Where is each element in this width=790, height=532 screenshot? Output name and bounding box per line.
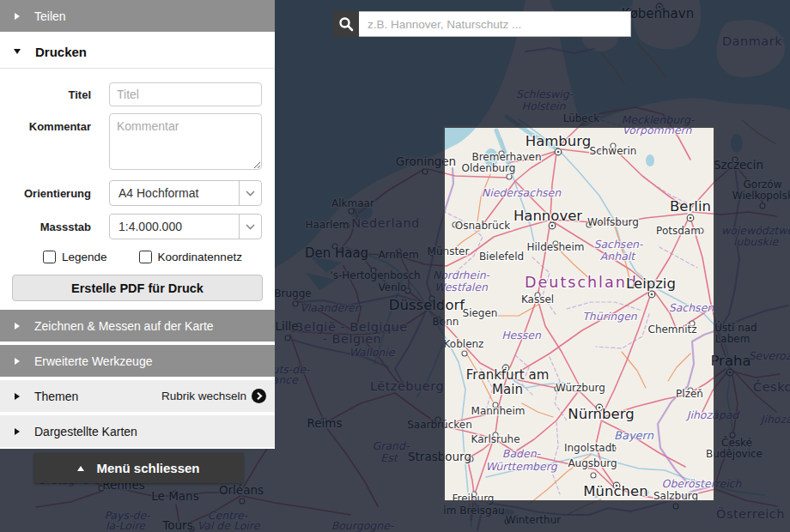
svg-text:Le Mans: Le Mans <box>151 489 198 503</box>
svg-text:Leipzig: Leipzig <box>626 275 676 292</box>
svg-text:Sachsen-: Sachsen- <box>593 238 643 251</box>
teilen-label: Teilen <box>34 9 66 23</box>
chevron-right-icon <box>15 393 20 400</box>
svg-text:Münster: Münster <box>428 245 470 257</box>
svg-text:Winterthur: Winterthur <box>506 514 561 526</box>
themen-label: Themen <box>34 390 78 403</box>
svg-text:Budějovice: Budějovice <box>706 448 763 460</box>
svg-text:Siegen: Siegen <box>463 307 498 319</box>
sidebar-item-dargestellte-karten[interactable]: Dargestellte Karten <box>0 415 275 447</box>
circle-arrow-right-icon <box>252 389 266 403</box>
svg-text:Osnabrück: Osnabrück <box>455 220 510 232</box>
sidebar-item-teilen[interactable]: Teilen <box>0 0 275 32</box>
orientierung-label: Orientierung <box>12 187 109 200</box>
svg-text:Ingolstadt: Ingolstadt <box>564 442 616 454</box>
search-input[interactable] <box>359 11 631 37</box>
svg-text:Oldenburg: Oldenburg <box>462 162 516 174</box>
svg-text:Thüringen: Thüringen <box>582 310 638 323</box>
svg-text:České: České <box>721 436 752 449</box>
print-form: Titel Kommentar Orientierung A4 Hochform… <box>0 69 275 301</box>
svg-text:Augsburg: Augsburg <box>568 457 617 469</box>
svg-text:- Belgien: - Belgien <box>323 332 382 346</box>
svg-text:Schleswig-: Schleswig- <box>516 88 574 100</box>
orientierung-value: A4 Hochformat <box>110 186 239 200</box>
svg-text:Venlo: Venlo <box>379 281 407 293</box>
svg-text:Westfalen: Westfalen <box>434 281 489 293</box>
svg-text:Chemnitz: Chemnitz <box>648 323 697 336</box>
sidebar-item-zeichnen-messen[interactable]: Zeichnen & Messen auf der Karte <box>0 310 275 342</box>
svg-text:lubuskie: lubuskie <box>733 235 779 248</box>
svg-text:Potsdam: Potsdam <box>656 225 701 237</box>
menu-close-button[interactable]: Menü schliessen <box>34 453 243 483</box>
koordinatennetz-checkbox-group[interactable]: Koordinatennetz <box>139 251 242 263</box>
svg-text:Deutschland: Deutschland <box>525 274 638 291</box>
svg-text:Severozápad: Severozápad <box>749 349 790 362</box>
orientierung-select[interactable]: A4 Hochformat <box>109 180 262 206</box>
rubrik-wechseln-link[interactable]: Rubrik wechseln <box>161 389 275 403</box>
svg-text:Bremerhaven: Bremerhaven <box>471 151 541 163</box>
svg-text:im Breisgau: im Breisgau <box>443 505 504 517</box>
svg-text:Strasbourg: Strasbourg <box>408 450 471 463</box>
svg-text:Österreich: Österreich <box>716 506 785 521</box>
create-pdf-button[interactable]: Erstelle PDF für Druck <box>12 275 263 301</box>
chevron-right-icon <box>15 323 20 329</box>
svg-text:Niedersachsen: Niedersachsen <box>482 186 562 199</box>
svg-text:Haarlem: Haarlem <box>305 219 349 231</box>
svg-text:Arnhem: Arnhem <box>378 249 418 261</box>
svg-text:Vorpommern: Vorpommern <box>623 124 693 136</box>
legende-checkbox[interactable] <box>43 251 56 263</box>
kommentar-label: Kommentar <box>12 113 109 133</box>
svg-text:Württemberg: Württemberg <box>485 460 557 473</box>
svg-text:Hessen: Hessen <box>501 329 542 342</box>
svg-text:Oberösterreich: Oberösterreich <box>662 477 743 490</box>
svg-text:Plzeň: Plzeň <box>676 388 703 400</box>
svg-text:Ústí nad: Ústí nad <box>714 321 757 334</box>
svg-text:Lëtzebuerg: Lëtzebuerg <box>370 379 444 393</box>
svg-text:Anhalt: Anhalt <box>600 250 637 263</box>
massstab-label: Massstab <box>12 221 109 233</box>
svg-text:Groningen: Groningen <box>396 154 456 168</box>
svg-text:Reims: Reims <box>307 416 342 430</box>
svg-text:Grand-: Grand- <box>373 439 410 452</box>
svg-text:Hamburg: Hamburg <box>526 133 592 149</box>
drucken-label: Drucken <box>35 45 87 59</box>
svg-text:Frankfurt am: Frankfurt am <box>466 367 550 383</box>
svg-text:München: München <box>583 483 647 499</box>
svg-text:Freiburg: Freiburg <box>453 493 495 505</box>
svg-text:Est: Est <box>380 451 398 464</box>
svg-text:Wolfsburg: Wolfsburg <box>587 216 639 228</box>
sidebar-item-themen[interactable]: Themen Rubrik wechseln <box>0 380 275 412</box>
koordinatennetz-checkbox[interactable] <box>139 251 152 263</box>
svg-text:Nederland: Nederland <box>351 216 420 230</box>
massstab-select[interactable]: 1:4.000.000 <box>109 214 262 239</box>
sidebar-panel: Teilen Drucken Titel Kommentar Orientier… <box>0 0 275 449</box>
svg-text:Berlin: Berlin <box>670 198 711 215</box>
svg-text:Karlsruhe: Karlsruhe <box>471 433 520 445</box>
svg-text:Labem: Labem <box>715 333 750 345</box>
svg-text:Hannover: Hannover <box>514 208 582 224</box>
svg-text:la-Loire: la-Loire <box>106 519 146 532</box>
chevron-up-icon <box>77 466 84 471</box>
svg-text:Tours: Tours <box>161 518 192 532</box>
search-button[interactable] <box>333 11 359 37</box>
titel-label: Titel <box>12 88 109 101</box>
svg-text:København: København <box>622 6 694 21</box>
sidebar-item-erweiterte-werkzeuge[interactable]: Erweiterte Werkzeuge <box>0 345 275 377</box>
legende-label: Legende <box>62 251 107 263</box>
kommentar-textarea[interactable] <box>109 113 262 170</box>
svg-text:Nürnberg: Nürnberg <box>568 406 634 422</box>
titel-input[interactable] <box>109 82 262 106</box>
svg-text:Nordrhein-: Nordrhein- <box>433 269 490 281</box>
zeichnen-label: Zeichnen & Messen auf der Karte <box>34 319 214 333</box>
sidebar-item-drucken[interactable]: Drucken <box>0 35 275 69</box>
chevron-down-icon <box>239 181 261 205</box>
svg-text:Würzburg: Würzburg <box>556 382 605 394</box>
rubrik-wechseln-label: Rubrik wechseln <box>161 390 246 402</box>
svg-text:Orléans: Orléans <box>219 483 264 497</box>
legende-checkbox-group[interactable]: Legende <box>43 251 107 263</box>
svg-text:Lille: Lille <box>275 319 298 333</box>
svg-text:Praha: Praha <box>710 353 750 369</box>
svg-text:Lübeck: Lübeck <box>563 112 600 124</box>
svg-text:Main: Main <box>492 382 523 397</box>
svg-text:Wielkopolski: Wielkopolski <box>732 190 790 202</box>
